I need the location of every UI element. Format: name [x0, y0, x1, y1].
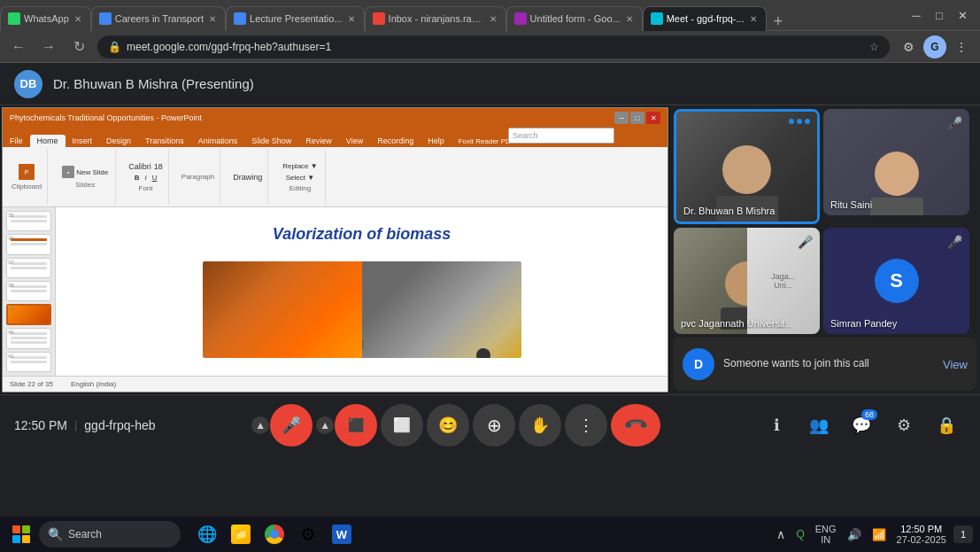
people-icon: 👥: [809, 416, 829, 435]
language-indicator[interactable]: ENG IN: [815, 524, 837, 545]
slide-thumb-40[interactable]: 40: [6, 328, 51, 348]
chat-button[interactable]: 💬 68: [842, 406, 881, 445]
volume-icon[interactable]: 🔊: [844, 525, 865, 545]
raise-hand-button[interactable]: ✋: [519, 404, 561, 447]
maximize-button[interactable]: □: [929, 4, 950, 26]
select-btn[interactable]: Select ▼: [284, 173, 316, 183]
italic-btn[interactable]: I: [143, 173, 148, 183]
clock[interactable]: 12:50 PM 27-02-2025: [897, 524, 946, 545]
back-button[interactable]: ←: [7, 35, 30, 58]
tab-inbox-close[interactable]: ✕: [488, 12, 498, 26]
meeting-info-button[interactable]: ℹ: [757, 406, 796, 445]
slide-thumb-35[interactable]: 35: [6, 211, 51, 231]
ppt-minimize[interactable]: ─: [614, 112, 629, 124]
taskbar-files-icon[interactable]: 📁: [225, 518, 257, 550]
ppt-tab-animations[interactable]: Animations: [191, 135, 245, 147]
lock-button[interactable]: 🔒: [927, 406, 966, 445]
mic-icon: 🎤: [282, 416, 301, 435]
ppt-search-bar[interactable]: Search: [508, 128, 614, 144]
ppt-tab-slideshow[interactable]: Slide Show: [244, 135, 298, 147]
tray-network-icon[interactable]: Q: [792, 525, 807, 544]
taskbar-chrome-icon[interactable]: [259, 518, 290, 550]
ppt-tab-file[interactable]: File: [3, 135, 30, 147]
minimize-button[interactable]: ─: [906, 4, 927, 26]
taskbar-word-icon[interactable]: W: [326, 518, 358, 550]
meet-favicon: [651, 12, 663, 25]
participant-tile-ritu[interactable]: 🎤 Ritu Saini: [823, 109, 969, 215]
forward-button[interactable]: →: [37, 35, 60, 58]
participant-tile-bhuwan[interactable]: Dr. Bhuwan B Mishra: [674, 109, 820, 224]
ppt-tab-transitions[interactable]: Transitions: [138, 135, 191, 147]
ppt-tab-help[interactable]: Help: [421, 135, 451, 147]
extensions-icon[interactable]: ⚙: [897, 35, 920, 58]
slide-thumb-39-active[interactable]: 39: [6, 304, 51, 325]
tab-form[interactable]: Untitled form - Goo... ✕: [506, 6, 643, 31]
tab-careers-close[interactable]: ✕: [207, 12, 218, 26]
present-screen-button[interactable]: ⬜: [381, 404, 423, 447]
tab-form-close[interactable]: ✕: [624, 12, 635, 26]
more-options-button[interactable]: ⋮: [565, 404, 607, 447]
tab-lecture[interactable]: Lecture Presentatio... ✕: [226, 6, 365, 31]
network-icon[interactable]: 📶: [868, 525, 890, 545]
participants-button[interactable]: 👥: [799, 406, 838, 445]
mic-arrow-button[interactable]: ▲: [251, 416, 269, 434]
pvc-mute-icon: 🎤: [798, 235, 813, 249]
ppt-new-slide-btn[interactable]: ▪ New Slide: [60, 165, 110, 179]
tab-careers-label: Careers in Transport: [115, 13, 204, 24]
underline-btn[interactable]: U: [150, 173, 159, 183]
new-tab-button[interactable]: +: [767, 12, 791, 31]
ppt-tab-home[interactable]: Home: [30, 135, 66, 147]
ppt-close[interactable]: ✕: [646, 112, 660, 124]
tab-inbox[interactable]: Inbox - niranjans.rath... ✕: [365, 6, 506, 31]
camera-arrow-button[interactable]: ▲: [316, 416, 334, 434]
tab-meet[interactable]: Meet - ggd-frpq-... ✕: [643, 6, 767, 31]
font-size[interactable]: 18: [154, 162, 163, 171]
bookmark-icon[interactable]: ☆: [869, 41, 879, 53]
tab-lecture-close[interactable]: ✕: [346, 12, 357, 26]
participant-tile-pvc[interactable]: Jaga...Uni... 🎤 pvc Jagannath Universit.…: [674, 228, 820, 334]
bold-btn[interactable]: B: [133, 173, 142, 183]
close-button[interactable]: ✕: [952, 4, 973, 26]
taskbar-search-box[interactable]: 🔍 Search: [39, 521, 181, 548]
font-name[interactable]: Calibri: [128, 162, 151, 171]
slide-thumb-41[interactable]: 41: [6, 352, 51, 372]
end-call-button[interactable]: 📞: [611, 404, 660, 447]
reload-button[interactable]: ↻: [67, 35, 90, 58]
participant-tile-simran[interactable]: S 🎤 Simran Pandey: [823, 228, 969, 334]
activities-button[interactable]: ⊕: [473, 404, 515, 447]
ppt-tab-design[interactable]: Design: [99, 135, 138, 147]
ppt-statusbar: Slide 22 of 35 English (India): [3, 376, 667, 392]
tab-meet-close[interactable]: ✕: [748, 12, 759, 26]
tab-whatsapp[interactable]: WhatsApp ✕: [0, 6, 91, 31]
ppt-tab-recording[interactable]: Recording: [370, 135, 421, 147]
emoji-reactions-button[interactable]: 😊: [427, 404, 469, 447]
taskbar-settings-icon[interactable]: ⚙: [292, 518, 324, 550]
ppt-slides-group: ▪ New Slide Slides: [55, 149, 116, 205]
profile-avatar[interactable]: G: [923, 35, 946, 58]
address-box[interactable]: 🔒 meet.google.com/ggd-frpq-heb?authuser=…: [97, 35, 890, 58]
menu-icon[interactable]: ⋮: [950, 35, 973, 58]
join-view-button[interactable]: View: [943, 358, 968, 371]
slide-thumb-37[interactable]: 37: [6, 258, 51, 278]
mic-toggle-button[interactable]: 🎤: [270, 404, 313, 447]
start-button[interactable]: [7, 520, 35, 548]
tray-up-icon[interactable]: ∧: [773, 524, 789, 545]
chrome-center: [270, 530, 279, 539]
notification-area[interactable]: 1: [953, 525, 973, 543]
activities-right-button[interactable]: ⚙: [884, 406, 923, 445]
address-bar-row: ← → ↻ 🔒 meet.google.com/ggd-frpq-heb?aut…: [0, 31, 980, 63]
ppt-tab-review[interactable]: Review: [298, 135, 339, 147]
ppt-tab-insert[interactable]: Insert: [66, 135, 100, 147]
slide-canvas[interactable]: Valorization of biomass: [56, 207, 667, 376]
replace-btn[interactable]: Replace ▼: [281, 161, 320, 171]
tab-careers[interactable]: Careers in Transport ✕: [91, 6, 226, 31]
camera-toggle-button[interactable]: ⬛: [335, 404, 377, 447]
slide-thumb-36[interactable]: 36: [6, 234, 51, 254]
taskbar-edge-icon[interactable]: 🌐: [191, 518, 223, 550]
slide-thumb-38[interactable]: 38: [6, 281, 51, 301]
ppt-paste-btn[interactable]: P: [17, 163, 36, 181]
presenter-initials: DB: [20, 77, 37, 90]
ppt-tab-view[interactable]: View: [339, 135, 370, 147]
tab-whatsapp-close[interactable]: ✕: [73, 12, 83, 26]
ppt-maximize[interactable]: □: [630, 112, 644, 124]
